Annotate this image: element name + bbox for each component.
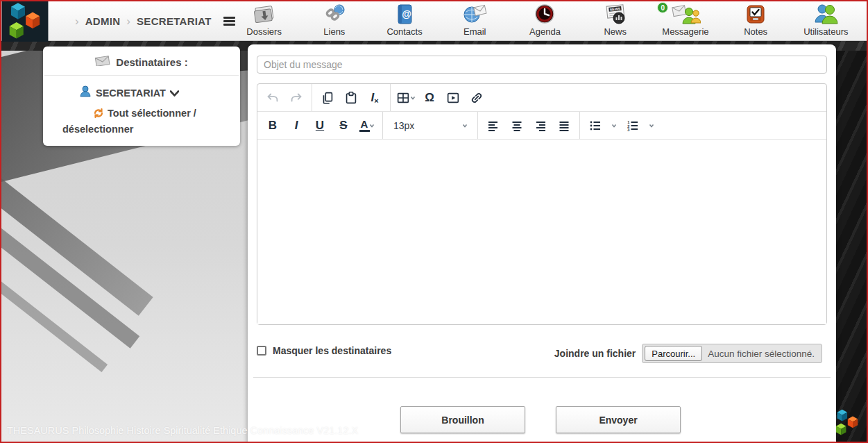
- contacts-icon: @: [391, 3, 418, 26]
- draft-button[interactable]: Brouillon: [400, 406, 525, 433]
- top-navigation-bar: › ADMIN › SECRETARIAT Dossiers Liens: [1, 1, 867, 41]
- select-all-toggle[interactable]: Tout sélectionner / déselectionner: [62, 107, 210, 136]
- divider: [253, 377, 831, 378]
- nav-item-agenda[interactable]: Agenda: [510, 1, 580, 41]
- chevron-down-icon[interactable]: [170, 87, 179, 99]
- nav-label: News: [604, 26, 627, 37]
- underline-icon[interactable]: U: [308, 114, 332, 137]
- breadcrumb-separator: ›: [75, 15, 79, 28]
- nav-label: Messagerie: [662, 26, 708, 37]
- breadcrumb: › ADMIN › SECRETARIAT: [75, 1, 235, 41]
- attach-file-row: Joindre un fichier Parcourir... Aucun fi…: [554, 344, 822, 363]
- breadcrumb-secretariat[interactable]: SECRETARIAT: [137, 15, 212, 27]
- align-left-icon[interactable]: [482, 114, 505, 137]
- strikethrough-icon[interactable]: S: [332, 114, 355, 137]
- nav-item-dossiers[interactable]: Dossiers: [229, 1, 299, 41]
- folders-icon: [251, 3, 278, 26]
- send-button[interactable]: Envoyer: [556, 406, 681, 433]
- recipient-group-secretariat[interactable]: SECRETARIAT: [79, 85, 229, 100]
- hide-recipients-label: Masquer les destinataires: [273, 345, 391, 356]
- messagerie-unread-badge: 0: [657, 2, 668, 13]
- no-file-selected-text: Aucun fichier sélectionné.: [708, 349, 815, 359]
- hide-recipients-row: Masquer les destinataires: [257, 345, 391, 356]
- nav-label: Email: [463, 26, 486, 37]
- svg-text:@: @: [402, 8, 411, 19]
- font-size-select[interactable]: 13px: [386, 114, 474, 137]
- notes-icon: [744, 3, 767, 26]
- refresh-arrows-icon: [78, 108, 104, 123]
- person-icon: [79, 85, 92, 100]
- nav-label: Utilisateurs: [803, 26, 848, 37]
- nav-item-news[interactable]: NEWS News: [580, 1, 650, 41]
- rich-text-editor: I× Ω: [257, 83, 827, 325]
- message-body-area[interactable]: [257, 140, 826, 324]
- italic-icon[interactable]: I: [284, 114, 308, 137]
- undo-icon[interactable]: [261, 86, 284, 110]
- nav-item-email[interactable]: Email: [440, 1, 510, 41]
- nav-label: Agenda: [529, 26, 561, 37]
- recipients-list: SECRETARIAT Tout sélectionner / déselect…: [43, 76, 240, 146]
- recipients-panel: Destinataires : SECRETARIAT Tout sélecti…: [43, 47, 240, 146]
- bullet-list-icon[interactable]: [584, 114, 607, 137]
- nav-label: Dossiers: [246, 26, 282, 37]
- numbered-list-caret-icon[interactable]: [645, 114, 658, 137]
- bullet-list-caret-icon[interactable]: [607, 114, 621, 137]
- attach-file-label: Joindre un fichier: [554, 348, 636, 359]
- nav-item-utilisateurs[interactable]: Utilisateurs: [791, 1, 861, 41]
- media-icon[interactable]: [441, 86, 465, 110]
- browse-button[interactable]: Parcourir...: [645, 346, 702, 361]
- special-char-omega-icon[interactable]: Ω: [418, 86, 441, 110]
- messaging-icon: [670, 3, 701, 26]
- nav-label: Contacts: [386, 26, 422, 37]
- remove-format-icon[interactable]: I×: [363, 86, 386, 110]
- recipient-group-label: SECRETARIAT: [96, 87, 166, 99]
- app-window: › ADMIN › SECRETARIAT Dossiers Liens: [0, 0, 868, 443]
- paste-icon[interactable]: [339, 86, 363, 110]
- nav-label: Liens: [323, 26, 345, 37]
- numbered-list-icon[interactable]: 123: [621, 114, 645, 137]
- recipients-header: Destinataires :: [43, 47, 240, 75]
- breadcrumb-separator: ›: [126, 15, 130, 28]
- font-size-value: 13px: [393, 120, 414, 131]
- users-icon: [812, 3, 839, 26]
- agenda-clock-icon: [533, 3, 556, 26]
- email-icon: [461, 3, 488, 26]
- link-icon[interactable]: [465, 86, 488, 110]
- compose-panel: I× Ω: [248, 44, 836, 443]
- main-nav: Dossiers Liens @ Contacts Email: [229, 1, 861, 41]
- app-logo-corner: [831, 404, 864, 442]
- envelope-icon: [95, 56, 110, 68]
- links-icon: [321, 3, 348, 26]
- bold-icon[interactable]: B: [261, 114, 284, 137]
- editor-toolbar-row2: B I U S A 13px: [257, 112, 826, 140]
- recipients-title: Destinataires :: [116, 56, 187, 68]
- news-icon: NEWS: [602, 3, 629, 26]
- nav-item-notes[interactable]: Notes: [721, 1, 791, 41]
- nav-item-messagerie[interactable]: 0 Messagerie: [650, 1, 720, 41]
- app-version-text: THESAURUS Philosophie Histoire Spiritual…: [7, 425, 358, 436]
- align-right-icon[interactable]: [529, 114, 552, 137]
- nav-item-liens[interactable]: Liens: [299, 1, 369, 41]
- nav-item-contacts[interactable]: @ Contacts: [369, 1, 439, 41]
- align-justify-icon[interactable]: [552, 114, 576, 137]
- redo-icon[interactable]: [284, 86, 308, 110]
- breadcrumb-admin[interactable]: ADMIN: [85, 15, 121, 27]
- table-icon[interactable]: [394, 86, 418, 110]
- subject-input[interactable]: [257, 56, 827, 74]
- file-input[interactable]: Parcourir... Aucun fichier sélectionné.: [642, 344, 822, 363]
- hide-recipients-checkbox[interactable]: [257, 346, 266, 356]
- copy-icon[interactable]: [316, 86, 339, 110]
- nav-label: Notes: [744, 26, 767, 37]
- align-center-icon[interactable]: [505, 114, 529, 137]
- svg-text:3: 3: [627, 128, 629, 132]
- text-color-icon[interactable]: A: [355, 114, 379, 137]
- app-logo[interactable]: [1, 1, 49, 42]
- editor-toolbar-row1: I× Ω: [257, 84, 826, 112]
